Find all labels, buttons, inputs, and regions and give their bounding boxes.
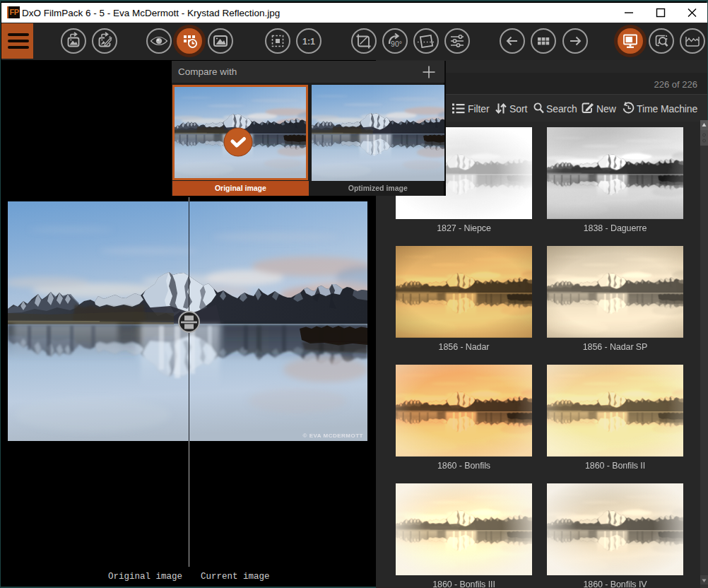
svg-text:1:1: 1:1 <box>302 37 315 47</box>
svg-text:90°: 90° <box>391 40 402 48</box>
